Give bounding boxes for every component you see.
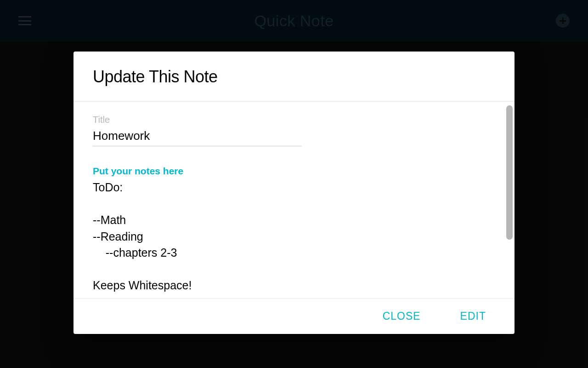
title-input[interactable] [93,128,302,146]
dialog-footer: CLOSE EDIT [74,298,514,334]
update-note-dialog: Update This Note Title Put your notes he… [74,52,514,334]
dialog-header: Update This Note [74,52,514,102]
close-button[interactable]: CLOSE [383,310,421,322]
notes-textarea[interactable] [93,179,495,298]
scrollbar-thumb[interactable] [506,105,513,240]
edit-button[interactable]: EDIT [460,310,486,322]
dialog-title: Update This Note [93,67,495,86]
notes-label: Put your notes here [93,166,495,177]
dialog-body: Title Put your notes here [74,102,514,298]
title-label: Title [93,115,495,125]
modal-overlay: Update This Note Title Put your notes he… [0,0,588,368]
